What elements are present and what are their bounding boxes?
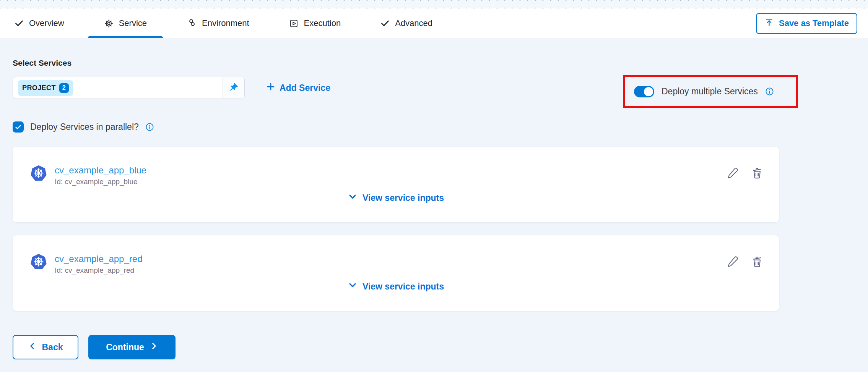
service-card-blue: cv_example_app_blue Id: cv_example_app_b… <box>13 147 779 222</box>
project-scope-tag[interactable]: PROJECT 2 <box>18 80 73 96</box>
kubernetes-icon <box>29 253 48 273</box>
continue-label: Continue <box>106 342 144 353</box>
view-service-inputs-toggle[interactable]: View service inputs <box>13 192 779 204</box>
services-multiselect-input[interactable]: PROJECT 2 <box>13 77 245 99</box>
tab-overview[interactable]: Overview <box>15 8 84 38</box>
info-icon[interactable] <box>145 123 154 131</box>
service-actions <box>726 167 764 180</box>
pin-button[interactable] <box>223 77 244 99</box>
service-actions <box>726 255 764 268</box>
pushpin-icon <box>229 82 239 94</box>
view-service-inputs-label: View service inputs <box>362 193 444 203</box>
tab-label: Execution <box>304 18 341 28</box>
service-id: Id: cv_example_app_blue <box>55 178 146 186</box>
deploy-in-parallel-checkbox[interactable] <box>13 121 24 133</box>
service-stage-content: Select Services PROJECT 2 Add Service <box>0 38 868 372</box>
delete-service-button[interactable] <box>751 255 764 268</box>
project-scope-tag-label: PROJECT <box>22 84 56 92</box>
service-name-link[interactable]: cv_example_app_red <box>55 254 143 264</box>
tab-label: Environment <box>202 18 249 28</box>
info-icon[interactable] <box>765 87 774 96</box>
tab-service[interactable]: Service <box>84 8 167 38</box>
back-button[interactable]: Back <box>13 335 78 359</box>
service-id: Id: cv_example_app_red <box>55 266 143 275</box>
check-icon <box>380 19 390 28</box>
hexagons-icon <box>187 18 197 28</box>
chevron-left-icon <box>28 342 37 353</box>
deploy-multiple-services-label: Deploy multiple Services <box>662 86 758 97</box>
tab-label: Overview <box>29 18 64 28</box>
plus-icon <box>266 82 275 94</box>
deploy-multiple-services-highlight: Deploy multiple Services <box>623 75 798 108</box>
check-icon <box>15 19 24 28</box>
service-card-red: cv_example_app_red Id: cv_example_app_re… <box>13 235 779 311</box>
deploy-in-parallel-row: Deploy Services in parallel? <box>13 120 868 134</box>
view-service-inputs-toggle[interactable]: View service inputs <box>13 280 779 293</box>
toggle-knob <box>644 87 653 96</box>
kubernetes-icon <box>29 164 48 184</box>
deploy-multiple-services-toggle[interactable] <box>634 86 654 97</box>
chevron-down-icon <box>348 192 358 204</box>
stage-tab-bar: Overview Service Environment Exe <box>0 8 868 38</box>
service-header: cv_example_app_blue Id: cv_example_app_b… <box>29 164 146 186</box>
tab-environment[interactable]: Environment <box>167 8 269 38</box>
save-as-template-label: Save as Template <box>779 18 849 28</box>
continue-button[interactable]: Continue <box>88 335 176 359</box>
gear-icon <box>104 19 114 28</box>
upload-icon <box>764 18 774 29</box>
tab-label: Service <box>119 18 147 28</box>
tab-label: Advanced <box>395 18 432 28</box>
tab-advanced[interactable]: Advanced <box>361 8 452 38</box>
selected-count-badge: 2 <box>59 83 69 93</box>
play-box-icon <box>289 19 299 28</box>
edit-service-button[interactable] <box>726 255 739 268</box>
select-services-label: Select Services <box>13 58 868 68</box>
service-name-link[interactable]: cv_example_app_blue <box>55 165 146 176</box>
add-service-label: Add Service <box>280 83 330 93</box>
service-header: cv_example_app_red Id: cv_example_app_re… <box>29 253 143 275</box>
add-service-button[interactable]: Add Service <box>266 82 330 94</box>
back-label: Back <box>42 342 63 353</box>
chevron-right-icon <box>150 342 158 353</box>
edit-service-button[interactable] <box>726 167 739 180</box>
wizard-footer: Back Continue <box>13 335 868 359</box>
chevron-down-icon <box>348 280 358 293</box>
canvas-dotted-strip <box>0 0 868 8</box>
tab-execution[interactable]: Execution <box>269 8 361 38</box>
save-as-template-button[interactable]: Save as Template <box>756 13 857 34</box>
view-service-inputs-label: View service inputs <box>362 281 444 292</box>
delete-service-button[interactable] <box>751 167 764 180</box>
deploy-in-parallel-label: Deploy Services in parallel? <box>30 122 139 132</box>
